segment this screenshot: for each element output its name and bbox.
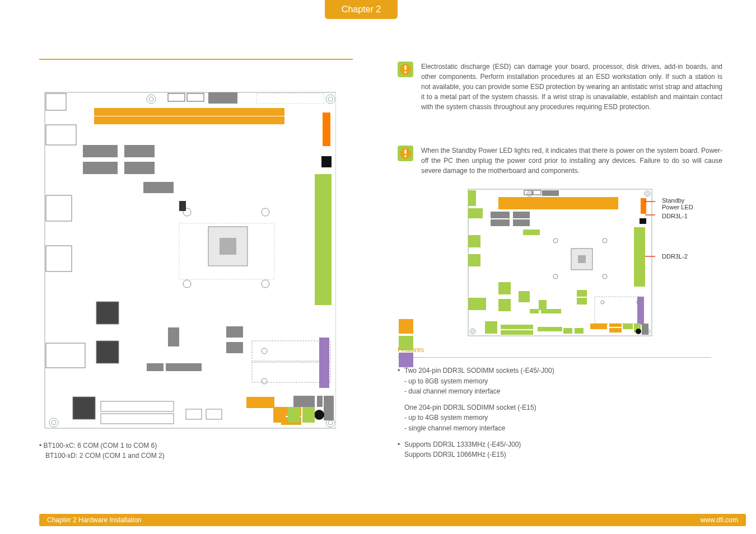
features-rule <box>398 357 711 358</box>
svg-rect-39 <box>319 338 329 388</box>
svg-rect-32 <box>315 174 332 305</box>
svg-point-26 <box>183 280 191 288</box>
svg-point-5 <box>49 418 58 427</box>
svg-rect-119 <box>609 328 622 332</box>
svg-rect-54 <box>186 409 202 419</box>
feature-2a: - up to 4GB system memory <box>398 413 722 423</box>
svg-rect-21 <box>124 145 155 157</box>
svg-rect-86 <box>641 198 646 214</box>
svg-rect-49 <box>96 341 119 363</box>
svg-rect-60 <box>273 407 286 423</box>
swatch-green <box>399 336 413 350</box>
svg-rect-19 <box>83 145 118 157</box>
svg-point-2 <box>149 97 153 101</box>
standby-warning-text: When the Standby Power LED lights red, i… <box>421 146 722 176</box>
svg-point-124 <box>636 329 641 334</box>
left-note-line2: BT100-xD: 2 COM (COM 1 and COM 2) <box>45 452 165 460</box>
label-standby-led: Standby Power LED <box>662 197 693 210</box>
svg-rect-113 <box>541 309 561 313</box>
chapter-tab: Chapter 2 <box>325 0 398 19</box>
svg-rect-11 <box>168 93 185 101</box>
swatch-orange <box>399 319 413 334</box>
svg-rect-118 <box>590 324 607 329</box>
svg-rect-56 <box>293 396 315 407</box>
svg-rect-40 <box>246 397 274 408</box>
warning-icon <box>398 146 413 161</box>
svg-rect-52 <box>101 401 174 411</box>
svg-rect-12 <box>187 93 204 101</box>
svg-point-99 <box>553 238 558 243</box>
svg-rect-73 <box>468 189 652 336</box>
svg-rect-46 <box>147 363 164 371</box>
features-list: •Two 204-pin DDR3L SODIMM sockets (-E45/… <box>398 366 722 460</box>
svg-rect-13 <box>208 92 237 104</box>
svg-rect-110 <box>577 298 587 305</box>
svg-rect-33 <box>252 341 330 361</box>
svg-point-27 <box>262 280 269 288</box>
svg-rect-22 <box>124 162 155 174</box>
svg-rect-20 <box>83 162 118 174</box>
svg-rect-58 <box>324 396 334 420</box>
svg-point-102 <box>603 274 607 279</box>
svg-point-68 <box>404 71 407 73</box>
svg-rect-55 <box>206 409 222 419</box>
standby-warning: When the Standby Power LED lights red, i… <box>398 146 722 176</box>
svg-rect-14 <box>46 93 66 110</box>
esd-warning-text: Electrostatic discharge (ESD) can damage… <box>421 62 722 112</box>
svg-point-25 <box>262 208 269 216</box>
svg-rect-95 <box>491 219 510 226</box>
svg-rect-0 <box>45 92 336 428</box>
svg-rect-125 <box>501 325 533 329</box>
svg-point-1 <box>147 95 156 104</box>
svg-rect-50 <box>73 397 95 419</box>
svg-rect-112 <box>530 309 539 313</box>
board-layout-large <box>39 89 336 433</box>
svg-point-8 <box>328 420 333 425</box>
feature-1b: - dual channel memory interface <box>398 386 722 397</box>
svg-rect-90 <box>468 208 483 218</box>
svg-rect-82 <box>498 197 618 209</box>
svg-rect-61 <box>288 407 300 423</box>
svg-rect-45 <box>168 327 179 346</box>
svg-rect-85 <box>533 190 541 195</box>
svg-rect-43 <box>226 326 243 338</box>
svg-rect-97 <box>513 219 530 226</box>
svg-rect-92 <box>468 254 480 266</box>
warning-icon <box>398 62 413 77</box>
svg-rect-48 <box>96 302 119 324</box>
svg-rect-36 <box>252 362 330 382</box>
svg-point-37 <box>262 378 267 384</box>
svg-rect-88 <box>634 227 645 287</box>
svg-point-3 <box>326 95 335 104</box>
svg-point-79 <box>472 330 474 333</box>
svg-rect-44 <box>226 342 243 353</box>
svg-point-4 <box>328 97 333 101</box>
svg-rect-30 <box>323 113 330 146</box>
svg-rect-15 <box>46 125 76 145</box>
footer-left: Chapter 2 Hardware Installation <box>47 516 142 524</box>
svg-rect-120 <box>609 324 622 327</box>
legend-swatches <box>399 319 413 367</box>
svg-rect-107 <box>485 321 497 334</box>
footer-bar: Chapter 2 Hardware Installation www.dfi.… <box>39 514 746 526</box>
section-rule-left <box>39 59 353 60</box>
svg-rect-121 <box>623 324 633 329</box>
feature-2b: - single channel memory interface <box>398 423 722 434</box>
svg-rect-94 <box>491 212 510 218</box>
svg-rect-105 <box>498 282 511 294</box>
svg-rect-123 <box>642 324 648 335</box>
svg-rect-62 <box>302 407 315 423</box>
esd-warning: Electrostatic discharge (ESD) can damage… <box>398 62 722 112</box>
swatch-purple <box>399 353 413 367</box>
feature-1a: - up to 8GB system memory <box>398 376 722 387</box>
footer-right: www.dfi.com <box>701 516 738 524</box>
svg-rect-106 <box>498 299 511 311</box>
svg-rect-128 <box>563 328 572 334</box>
svg-rect-10 <box>94 116 284 124</box>
svg-point-78 <box>470 329 475 334</box>
right-column: Electrostatic discharge (ESD) can damage… <box>398 62 722 466</box>
svg-rect-29 <box>220 238 236 255</box>
label-ddr3l-2: DDR3L-2 <box>662 253 688 260</box>
svg-point-59 <box>314 410 324 420</box>
svg-point-34 <box>262 348 267 354</box>
